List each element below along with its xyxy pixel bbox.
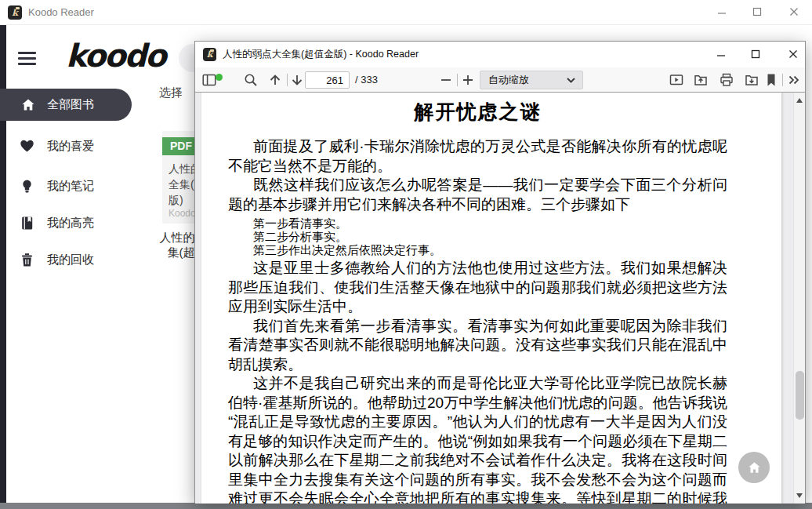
home-icon xyxy=(748,461,761,474)
zoom-in-button[interactable] xyxy=(461,73,475,87)
main-window-title: Koodo Reader xyxy=(28,0,94,25)
notification-dot xyxy=(216,74,223,81)
zoom-mode-label: 自动缩放 xyxy=(488,71,529,89)
open-file-button[interactable] xyxy=(694,73,708,87)
pdf-close-button[interactable] xyxy=(781,42,806,66)
close-icon xyxy=(789,7,799,16)
sidebar-item-favorites[interactable]: 我的喜爱 xyxy=(0,133,157,158)
main-minimize-button[interactable] xyxy=(709,0,734,24)
steps-list: 第一步看清事实。 第二步分析事实。 第三步作出决定然后依照决定行事。 xyxy=(253,216,727,256)
sidebar-toggle-icon xyxy=(202,73,216,87)
pdf-minimize-button[interactable] xyxy=(709,42,734,66)
page-number-input[interactable] xyxy=(305,71,350,89)
print-button[interactable] xyxy=(720,73,734,87)
previous-page-button[interactable] xyxy=(268,73,282,87)
sidebar-item-label: 全部图书 xyxy=(47,97,94,112)
koodo-app-icon: k xyxy=(203,48,216,61)
toolbar-divider xyxy=(457,74,458,86)
step-line: 第三步作出决定然后依照决定行事。 xyxy=(253,243,727,256)
page-count-label: / 333 xyxy=(355,67,378,93)
arrow-up-icon xyxy=(268,73,282,87)
arrow-down-icon xyxy=(290,73,304,87)
koodo-app-icon: k xyxy=(8,5,22,20)
plus-icon xyxy=(462,74,474,86)
back-to-library-button[interactable] xyxy=(738,452,770,483)
toolbar-divider xyxy=(287,74,288,86)
lightbulb-icon xyxy=(20,179,34,194)
download-button[interactable] xyxy=(745,73,759,87)
paragraph: 既然这样我们应该怎么办呢答案是——我们一定要学会下面三个分析问题的基本步骤并用它… xyxy=(228,176,727,214)
scroll-up-arrow-icon[interactable] xyxy=(796,98,803,103)
main-close-button[interactable] xyxy=(781,0,807,24)
zoom-mode-select[interactable]: 自动缩放 xyxy=(480,71,583,89)
sidebar-item-label: 我的笔记 xyxy=(47,179,94,194)
maximize-icon xyxy=(751,49,760,59)
sidebar-item-highlights[interactable]: 我的高亮 xyxy=(0,210,157,235)
paragraph: 前面提及了威利·卡瑞尔消除忧虑的万灵公式是否能解决你所有的忧虑呢不能它当然不是万… xyxy=(228,137,727,176)
page-text: 解开忧虑之谜 前面提及了威利·卡瑞尔消除忧虑的万灵公式是否能解决你所有的忧虑呢不… xyxy=(201,99,781,504)
menu-icon xyxy=(18,52,36,54)
select-button[interactable]: 选择 xyxy=(159,85,183,100)
presentation-mode-button[interactable] xyxy=(669,73,683,87)
heart-icon xyxy=(20,139,34,153)
book-card-source: Koodo xyxy=(169,208,196,219)
pdf-page: 解开忧虑之谜 前面提及了威利·卡瑞尔消除忧虑的万灵公式是否能解决你所有的忧虑呢不… xyxy=(201,93,781,504)
find-button[interactable] xyxy=(244,73,258,87)
maximize-icon xyxy=(752,7,762,16)
pdf-titlebar: k 人性的弱点大全集(超值金版) - Koodo Reader xyxy=(195,42,805,67)
toolbar-divider xyxy=(782,74,783,86)
sidebar-item-label: 我的高亮 xyxy=(47,216,94,231)
app-icon-notch xyxy=(16,7,20,9)
print-icon xyxy=(720,73,734,87)
pdf-toolbar: / 333 自动缩放 xyxy=(195,67,805,93)
menu-button[interactable] xyxy=(18,52,36,65)
more-tools-button[interactable] xyxy=(787,73,801,87)
app-icon-notch xyxy=(210,49,214,52)
minus-icon xyxy=(440,74,452,86)
screen: k Koodo Reader koodo 选择 全部图书 我的喜爱 xyxy=(0,0,812,509)
chapter-heading: 解开忧虑之谜 xyxy=(228,99,727,125)
sidebar-item-trash[interactable]: 我的回收 xyxy=(0,247,157,272)
step-line: 第二步分析事实。 xyxy=(253,230,727,243)
sidebar-toggle-button[interactable] xyxy=(202,73,216,87)
bottom-edge-bar xyxy=(0,503,812,509)
zoom-out-button[interactable] xyxy=(439,73,453,87)
pdf-viewer-area: 解开忧虑之谜 前面提及了威利·卡瑞尔消除忧虑的万灵公式是否能解决你所有的忧虑呢不… xyxy=(195,93,805,504)
paragraph: 我们首先来看第一步看清事实。看清事实为何如此重要呢因为除非我们看清楚事实否则就不… xyxy=(228,317,727,375)
pdf-window-title: 人性的弱点大全集(超值金版) - Koodo Reader xyxy=(223,42,419,67)
vertical-scrollbar[interactable] xyxy=(793,93,805,504)
home-icon xyxy=(21,98,35,112)
bookmark-icon xyxy=(766,73,777,87)
open-file-icon xyxy=(694,73,708,87)
paragraph: 这是亚里士多德教给人们的方法他也使用过这些方法。我们如果想解决那些压迫我们、使我… xyxy=(228,259,727,317)
minimize-icon xyxy=(716,49,726,59)
next-page-button[interactable] xyxy=(290,73,304,87)
trash-icon xyxy=(20,253,34,267)
main-maximize-button[interactable] xyxy=(745,0,770,24)
close-icon xyxy=(788,49,798,59)
chevron-down-icon xyxy=(567,78,575,83)
presentation-icon xyxy=(669,73,683,87)
download-icon xyxy=(745,73,759,87)
step-line: 第一步看清事实。 xyxy=(253,216,727,230)
sidebar-item-all-books[interactable]: 全部图书 xyxy=(0,89,132,121)
book-icon xyxy=(20,216,34,231)
main-titlebar: k Koodo Reader xyxy=(0,0,812,25)
pdf-maximize-button[interactable] xyxy=(743,42,768,66)
koodo-logo: koodo xyxy=(66,38,165,74)
sidebar-item-label: 我的回收 xyxy=(47,253,94,267)
scrollbar-thumb[interactable] xyxy=(796,371,804,420)
scroll-down-arrow-icon[interactable] xyxy=(796,493,803,498)
double-chevron-right-icon xyxy=(787,73,801,87)
minimize-icon xyxy=(717,7,727,16)
search-icon xyxy=(244,73,258,87)
sidebar-item-notes[interactable]: 我的笔记 xyxy=(0,173,157,198)
paragraph: 这并不是我自己研究出来的而是哥伦比亚大学哥伦比亚学院已故院长赫伯特·霍基斯所说的… xyxy=(228,374,727,504)
pdf-reader-window: k 人性的弱点大全集(超值金版) - Koodo Reader xyxy=(194,41,806,503)
sidebar-item-label: 我的喜爱 xyxy=(47,139,94,154)
bookmark-button[interactable] xyxy=(766,73,777,87)
